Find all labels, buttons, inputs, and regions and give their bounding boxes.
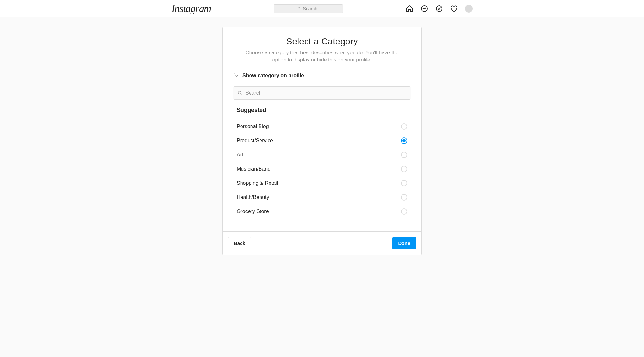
category-item[interactable]: Personal Blog bbox=[233, 119, 411, 134]
search-icon bbox=[238, 91, 242, 95]
svg-line-5 bbox=[241, 94, 242, 95]
back-button[interactable]: Back bbox=[228, 237, 251, 249]
card-body: Select a Category Choose a category that… bbox=[223, 27, 421, 231]
svg-point-3 bbox=[436, 6, 442, 12]
category-radio[interactable] bbox=[401, 208, 407, 215]
explore-icon[interactable] bbox=[435, 5, 443, 13]
category-card: Select a Category Choose a category that… bbox=[222, 27, 422, 255]
category-label: Personal Blog bbox=[237, 124, 269, 129]
global-search[interactable]: Search bbox=[274, 4, 343, 13]
svg-line-1 bbox=[299, 9, 300, 10]
top-navigation-inner: Instagram Search bbox=[165, 3, 479, 14]
category-radio[interactable] bbox=[401, 194, 407, 201]
avatar[interactable] bbox=[465, 5, 473, 13]
category-search-input[interactable] bbox=[245, 90, 406, 96]
svg-point-4 bbox=[238, 91, 241, 94]
show-category-checkbox[interactable] bbox=[234, 73, 239, 78]
show-category-label: Show category on profile bbox=[242, 73, 304, 79]
category-item[interactable]: Shopping & Retail bbox=[233, 176, 411, 190]
category-radio[interactable] bbox=[401, 152, 407, 158]
category-label: Product/Service bbox=[237, 138, 273, 144]
messenger-icon[interactable] bbox=[421, 5, 428, 13]
nav-icons bbox=[406, 5, 473, 13]
category-item[interactable]: Product/Service bbox=[233, 134, 411, 148]
check-icon bbox=[235, 74, 239, 78]
show-category-row[interactable]: Show category on profile bbox=[233, 73, 411, 79]
category-radio[interactable] bbox=[401, 137, 407, 144]
instagram-logo[interactable]: Instagram bbox=[172, 3, 211, 14]
global-search-placeholder: Search bbox=[303, 6, 317, 11]
category-label: Art bbox=[237, 152, 243, 158]
heart-icon[interactable] bbox=[450, 5, 458, 13]
category-radio[interactable] bbox=[401, 180, 407, 186]
category-item[interactable]: Health/Beauty bbox=[233, 190, 411, 204]
main-content: Select a Category Choose a category that… bbox=[0, 17, 644, 255]
card-title: Select a Category bbox=[233, 36, 411, 47]
card-footer: Back Done bbox=[223, 231, 421, 255]
category-radio[interactable] bbox=[401, 123, 407, 130]
category-label: Shopping & Retail bbox=[237, 180, 278, 186]
card-subtitle: Choose a category that best describes wh… bbox=[233, 49, 411, 64]
category-item[interactable]: Art bbox=[233, 148, 411, 162]
category-label: Grocery Store bbox=[237, 209, 269, 214]
suggested-title: Suggested bbox=[233, 107, 411, 114]
category-list: Personal BlogProduct/ServiceArtMusician/… bbox=[233, 119, 411, 219]
category-item[interactable]: Musician/Band bbox=[233, 162, 411, 176]
category-label: Health/Beauty bbox=[237, 194, 269, 200]
category-search[interactable] bbox=[233, 86, 411, 100]
svg-point-0 bbox=[298, 7, 300, 9]
category-label: Musician/Band bbox=[237, 166, 270, 172]
category-radio[interactable] bbox=[401, 166, 407, 172]
home-icon[interactable] bbox=[406, 5, 413, 13]
done-button[interactable]: Done bbox=[392, 237, 417, 249]
top-navigation: Instagram Search bbox=[0, 0, 644, 17]
category-item[interactable]: Grocery Store bbox=[233, 204, 411, 219]
search-icon bbox=[298, 7, 301, 10]
